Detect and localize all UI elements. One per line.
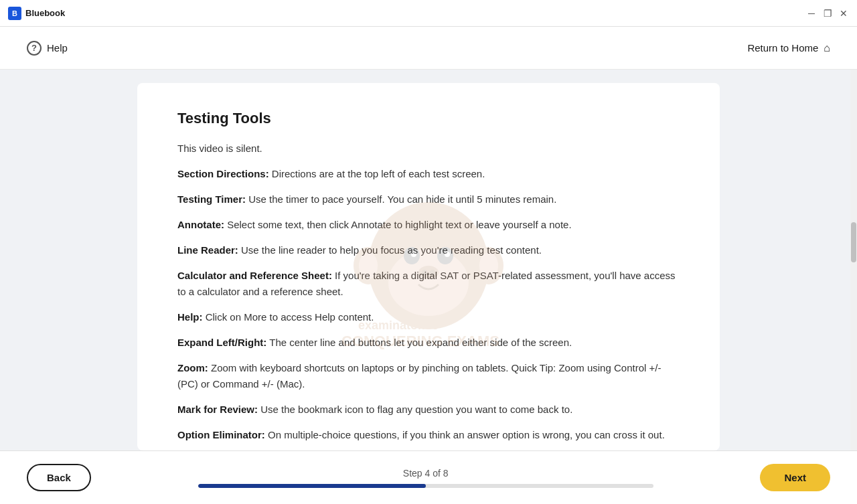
scrollbar-thumb[interactable] [851, 222, 856, 262]
next-button[interactable]: Next [760, 464, 830, 491]
content-items: Section Directions: Directions are at th… [177, 166, 680, 450]
return-home-button[interactable]: Return to Home ⌂ [747, 42, 830, 54]
help-button[interactable]: ? Help [27, 41, 68, 56]
content-item: Help: Click on More to access Help conte… [177, 309, 680, 325]
footer: Back Step 4 of 8 Next [0, 450, 857, 504]
step-info: Step 4 of 8 [198, 468, 653, 488]
return-home-label: Return to Home [747, 42, 818, 54]
title-bar-controls: ─ ❐ ✕ [806, 8, 849, 19]
app-name: Bluebook [25, 8, 65, 18]
scrollbar[interactable] [850, 70, 857, 450]
step-text: Step 4 of 8 [403, 468, 449, 479]
header: ? Help Return to Home ⌂ [0, 27, 857, 70]
app-icon: B [8, 7, 21, 20]
content-item: Calculator and Reference Sheet: If you'r… [177, 268, 680, 300]
content-item: Testing Timer: Use the timer to pace you… [177, 191, 680, 207]
back-button[interactable]: Back [27, 464, 91, 491]
minimize-button[interactable]: ─ [806, 8, 817, 19]
content-item: Expand Left/Right: The center line and b… [177, 335, 680, 351]
content-item: Option Eliminator: On multiple-choice qu… [177, 427, 680, 443]
content-item: Line Reader: Use the line reader to help… [177, 242, 680, 258]
help-label: Help [47, 42, 68, 54]
content-body: This video is silent. Section Directions… [177, 141, 680, 450]
progress-bar [198, 484, 653, 488]
progress-fill [198, 484, 426, 488]
content-item: Mark for Review: Use the bookmark icon t… [177, 402, 680, 418]
content-item: Section Directions: Directions are at th… [177, 166, 680, 182]
content-item: Annotate: Select some text, then click A… [177, 217, 680, 233]
help-icon: ? [27, 41, 42, 56]
restore-button[interactable]: ❐ [822, 8, 833, 19]
content-card: examinator.cc CONQUERING EXAMS Testing T… [137, 83, 720, 450]
title-bar-left: B Bluebook [8, 7, 65, 20]
main-content: examinator.cc CONQUERING EXAMS Testing T… [0, 70, 857, 450]
content-item: Zoom: Zoom with keyboard shortcuts on la… [177, 360, 680, 392]
silent-note: This video is silent. [177, 141, 680, 157]
title-bar: B Bluebook ─ ❐ ✕ [0, 0, 857, 27]
page-title: Testing Tools [177, 110, 680, 127]
close-button[interactable]: ✕ [838, 8, 849, 19]
home-icon: ⌂ [824, 42, 830, 54]
